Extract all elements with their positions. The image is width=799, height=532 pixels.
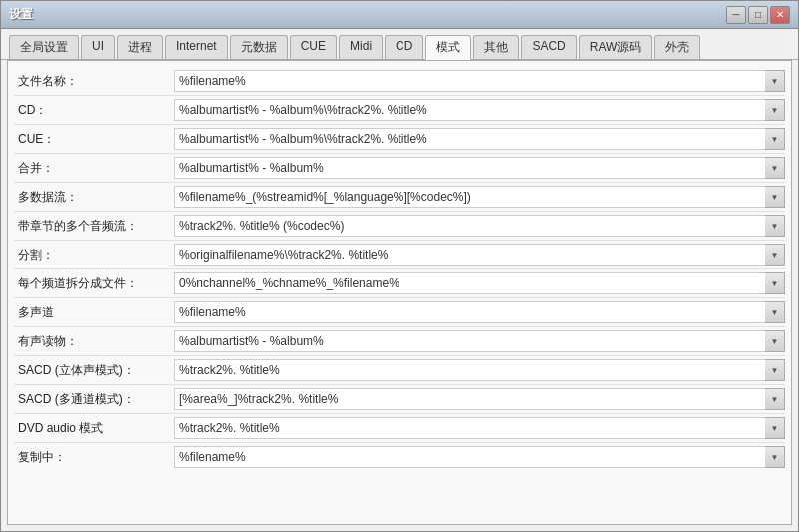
row-label: 分割： — [14, 247, 174, 264]
tabs-bar: 全局设置UI进程Internet元数据CUEMidiCD模式其他SACDRAW源… — [1, 29, 798, 60]
tab-外壳[interactable]: 外壳 — [654, 35, 700, 59]
table-row: 文件名称：%filename%▼ — [14, 67, 785, 96]
row-label: 多声道 — [14, 304, 174, 321]
row-dropdown-button[interactable]: ▼ — [765, 272, 785, 294]
row-value-container: [%area%_]%track2%. %title%▼ — [174, 388, 785, 410]
row-dropdown-button[interactable]: ▼ — [765, 359, 785, 381]
table-row: 带章节的多个音频流：%track2%. %title% (%codec%)▼ — [14, 212, 785, 241]
row-value-container: %track2%. %title%▼ — [174, 417, 785, 439]
row-value-text: %albumartist% - %album% — [174, 330, 785, 352]
maximize-button[interactable]: □ — [748, 6, 768, 24]
tab-进程[interactable]: 进程 — [117, 35, 163, 59]
row-value-text: [%area%_]%track2%. %title% — [174, 388, 785, 410]
row-value-text: %track2%. %title% — [174, 417, 785, 439]
row-label: 带章节的多个音频流： — [14, 218, 174, 235]
row-value-text: 0%nchannel%_%chname%_%filename% — [174, 272, 785, 294]
tab-Midi[interactable]: Midi — [339, 35, 383, 59]
row-value-container: %originalfilename%\%track2%. %title%▼ — [174, 244, 785, 266]
tab-SACD[interactable]: SACD — [521, 35, 576, 59]
table-row: CUE：%albumartist% - %album%\%track2%. %t… — [14, 125, 785, 154]
tab-模式[interactable]: 模式 — [425, 35, 471, 60]
row-value-container: %albumartist% - %album%▼ — [174, 157, 785, 179]
row-value-text: %filename% — [174, 70, 785, 92]
row-label: CD： — [14, 102, 174, 119]
row-label: 合并： — [14, 160, 174, 177]
row-label: 有声读物： — [14, 333, 174, 350]
row-value-text: %filename%_(%streamid%[_%language%][%cod… — [174, 186, 785, 208]
row-value-container: %filename%_(%streamid%[_%language%][%cod… — [174, 186, 785, 208]
row-dropdown-button[interactable]: ▼ — [765, 128, 785, 150]
tab-其他[interactable]: 其他 — [473, 35, 519, 59]
row-value-container: %albumartist% - %album%▼ — [174, 330, 785, 352]
row-value-container: %track2%. %title% (%codec%)▼ — [174, 215, 785, 237]
row-dropdown-button[interactable]: ▼ — [765, 301, 785, 323]
row-dropdown-button[interactable]: ▼ — [765, 186, 785, 208]
row-value-text: %albumartist% - %album%\%track2%. %title… — [174, 99, 785, 121]
row-dropdown-button[interactable]: ▼ — [765, 70, 785, 92]
row-label: 复制中： — [14, 449, 174, 466]
row-label: SACD (立体声模式)： — [14, 362, 174, 379]
row-value-container: %track2%. %title%▼ — [174, 359, 785, 381]
row-label: 文件名称： — [14, 73, 174, 90]
tab-UI[interactable]: UI — [81, 35, 115, 59]
row-value-text: %originalfilename%\%track2%. %title% — [174, 244, 785, 266]
row-value-text: %albumartist% - %album% — [174, 157, 785, 179]
tab-全局设置[interactable]: 全局设置 — [9, 35, 79, 59]
minimize-button[interactable]: ─ — [726, 6, 746, 24]
row-label: DVD audio 模式 — [14, 420, 174, 437]
tab-Internet[interactable]: Internet — [165, 35, 228, 59]
table-row: DVD audio 模式%track2%. %title%▼ — [14, 414, 785, 443]
tab-元数据[interactable]: 元数据 — [230, 35, 288, 59]
table-row: 复制中：%filename%▼ — [14, 443, 785, 471]
tab-CUE[interactable]: CUE — [290, 35, 337, 59]
row-label: 每个频道拆分成文件： — [14, 275, 174, 292]
table-row: SACD (多通道模式)：[%area%_]%track2%. %title%▼ — [14, 385, 785, 414]
row-value-container: %filename%▼ — [174, 70, 785, 92]
table-row: CD：%albumartist% - %album%\%track2%. %ti… — [14, 96, 785, 125]
row-value-text: %albumartist% - %album%\%track2%. %title… — [174, 128, 785, 150]
row-dropdown-button[interactable]: ▼ — [765, 330, 785, 352]
row-value-container: %albumartist% - %album%\%track2%. %title… — [174, 99, 785, 121]
row-dropdown-button[interactable]: ▼ — [765, 244, 785, 266]
row-value-container: %albumartist% - %album%\%track2%. %title… — [174, 128, 785, 150]
row-value-text: %track2%. %title% (%codec%) — [174, 215, 785, 237]
table-row: SACD (立体声模式)：%track2%. %title%▼ — [14, 356, 785, 385]
row-dropdown-button[interactable]: ▼ — [765, 388, 785, 410]
row-dropdown-button[interactable]: ▼ — [765, 446, 785, 468]
title-bar: 设置 ─ □ ✕ — [1, 1, 798, 29]
tab-RAW源码[interactable]: RAW源码 — [579, 35, 653, 59]
row-label: CUE： — [14, 131, 174, 148]
row-value-container: %filename%▼ — [174, 446, 785, 468]
table-row: 多声道%filename%▼ — [14, 298, 785, 327]
table-row: 有声读物：%albumartist% - %album%▼ — [14, 327, 785, 356]
table-row: 分割：%originalfilename%\%track2%. %title%▼ — [14, 241, 785, 269]
table-row: 多数据流：%filename%_(%streamid%[_%language%]… — [14, 183, 785, 212]
tab-CD[interactable]: CD — [385, 35, 423, 59]
row-dropdown-button[interactable]: ▼ — [765, 215, 785, 237]
row-value-container: %filename%▼ — [174, 301, 785, 323]
row-value-text: %filename% — [174, 446, 785, 468]
table-row: 合并：%albumartist% - %album%▼ — [14, 154, 785, 183]
title-buttons: ─ □ ✕ — [726, 6, 790, 24]
content-area: 文件名称：%filename%▼CD：%albumartist% - %albu… — [7, 60, 792, 525]
window: 设置 ─ □ ✕ 全局设置UI进程Internet元数据CUEMidiCD模式其… — [0, 0, 799, 532]
row-value-text: %track2%. %title% — [174, 359, 785, 381]
close-button[interactable]: ✕ — [770, 6, 790, 24]
table-row: 每个频道拆分成文件：0%nchannel%_%chname%_%filename… — [14, 269, 785, 298]
row-dropdown-button[interactable]: ▼ — [765, 417, 785, 439]
row-dropdown-button[interactable]: ▼ — [765, 157, 785, 179]
window-title: 设置 — [9, 6, 33, 23]
row-label: 多数据流： — [14, 189, 174, 206]
row-dropdown-button[interactable]: ▼ — [765, 99, 785, 121]
row-label: SACD (多通道模式)： — [14, 391, 174, 408]
row-value-text: %filename% — [174, 301, 785, 323]
row-value-container: 0%nchannel%_%chname%_%filename%▼ — [174, 272, 785, 294]
